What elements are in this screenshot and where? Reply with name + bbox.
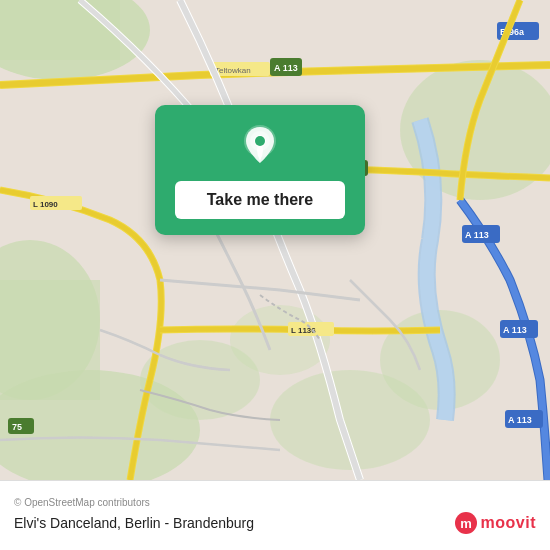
moovit-brand-icon: m <box>455 512 477 534</box>
take-me-there-button[interactable]: Take me there <box>175 181 345 219</box>
moovit-logo: m moovit <box>455 512 536 534</box>
bottom-bar: © OpenStreetMap contributors Elvi's Danc… <box>0 480 550 550</box>
map-container: Teltowkan L 1090 A 113 113 A 113 A 113 A… <box>0 0 550 480</box>
svg-text:75: 75 <box>12 422 22 432</box>
bottom-info: Elvi's Danceland, Berlin - Brandenburg m… <box>14 512 536 534</box>
place-info: Elvi's Danceland, Berlin - Brandenburg <box>14 515 254 531</box>
svg-text:A 113: A 113 <box>503 325 527 335</box>
svg-text:L 1090: L 1090 <box>33 200 58 209</box>
svg-text:m: m <box>460 516 472 531</box>
svg-text:A 113: A 113 <box>274 63 298 73</box>
location-card: Take me there <box>155 105 365 235</box>
map-background: Teltowkan L 1090 A 113 113 A 113 A 113 A… <box>0 0 550 480</box>
copyright-text: © OpenStreetMap contributors <box>14 497 536 508</box>
svg-text:Teltowkan: Teltowkan <box>215 66 251 75</box>
svg-rect-2 <box>0 0 120 60</box>
svg-text:A 113: A 113 <box>508 415 532 425</box>
map-pin-icon <box>238 123 282 167</box>
svg-text:A 113: A 113 <box>465 230 489 240</box>
svg-point-34 <box>255 136 265 146</box>
moovit-text-label: moovit <box>481 514 536 532</box>
